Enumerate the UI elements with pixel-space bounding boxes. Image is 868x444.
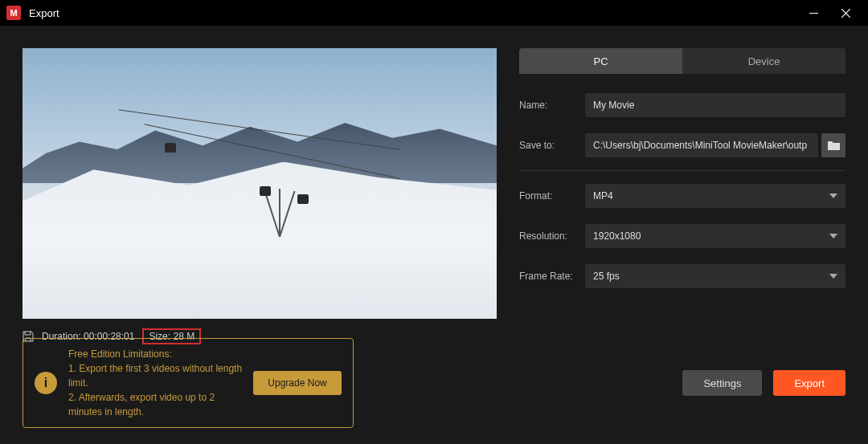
limitation-text: Free Edition Limitations: 1. Export the …: [68, 347, 242, 419]
svg-rect-0: [809, 13, 818, 14]
format-label: Format:: [519, 190, 585, 202]
folder-icon: [828, 141, 840, 150]
name-label: Name:: [519, 100, 585, 111]
minimize-icon: [809, 13, 818, 14]
info-icon: i: [35, 372, 57, 394]
window-title: Export: [29, 7, 797, 19]
resolution-select[interactable]: 1920x1080: [585, 224, 845, 248]
tab-pc[interactable]: PC: [519, 48, 682, 74]
upgrade-now-button[interactable]: Upgrade Now: [253, 371, 341, 395]
export-target-tabs: PC Device: [519, 48, 845, 74]
divider: [519, 170, 845, 171]
name-input[interactable]: [585, 93, 845, 117]
export-button[interactable]: Export: [773, 370, 845, 396]
titlebar: M Export: [0, 0, 868, 26]
close-icon: [841, 9, 850, 18]
resolution-label: Resolution:: [519, 230, 585, 242]
framerate-label: Frame Rate:: [519, 271, 585, 282]
save-to-label: Save to:: [519, 140, 585, 151]
format-select[interactable]: MP4: [585, 184, 845, 208]
minimize-button[interactable]: [797, 0, 829, 26]
app-logo-icon: M: [6, 6, 21, 20]
save-to-input[interactable]: [585, 133, 818, 157]
framerate-select[interactable]: 25 fps: [585, 264, 845, 288]
browse-folder-button[interactable]: [821, 133, 845, 157]
close-button[interactable]: [829, 0, 862, 26]
settings-button[interactable]: Settings: [682, 370, 762, 396]
video-preview: [23, 48, 497, 319]
free-edition-notice: i Free Edition Limitations: 1. Export th…: [23, 338, 354, 428]
tab-device[interactable]: Device: [682, 48, 845, 74]
